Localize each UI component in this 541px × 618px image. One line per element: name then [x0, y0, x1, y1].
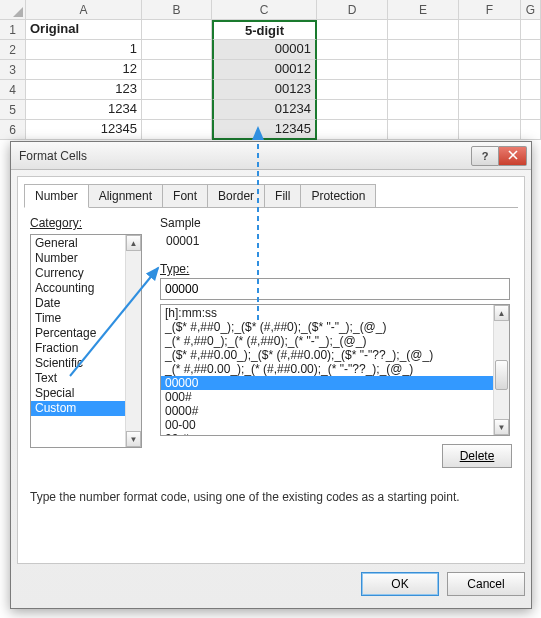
col-head-A[interactable]: A [26, 0, 142, 20]
type-list-item[interactable]: 00-# [161, 432, 509, 436]
tab-fill[interactable]: Fill [264, 184, 301, 208]
cell-C4[interactable]: 00123 [212, 80, 317, 100]
cell-C3[interactable]: 00012 [212, 60, 317, 80]
scroll-up-icon[interactable]: ▲ [494, 305, 509, 321]
row-head-5[interactable]: 5 [0, 100, 26, 120]
tab-panel-number: Category: GeneralNumberCurrencyAccountin… [24, 207, 518, 555]
cell-D2[interactable] [317, 40, 388, 60]
type-list-item[interactable]: _(* #,##0_);_(* (#,##0);_(* "-"_);_(@_) [161, 334, 509, 348]
cell-D3[interactable] [317, 60, 388, 80]
type-list-item[interactable]: _(* #,##0.00_);_(* (#,##0.00);_(* "-"??_… [161, 362, 509, 376]
select-all-corner[interactable] [0, 0, 26, 20]
hint-text: Type the number format code, using one o… [30, 490, 512, 504]
delete-label: Delete [460, 449, 495, 463]
cell-D5[interactable] [317, 100, 388, 120]
col-head-G[interactable]: G [521, 0, 541, 20]
category-scrollbar[interactable]: ▲ ▼ [125, 235, 141, 447]
cell-D1[interactable] [317, 20, 388, 40]
dialog-footer: OK Cancel [17, 572, 525, 600]
cell-A4[interactable]: 123 [26, 80, 142, 100]
cell-E1[interactable] [388, 20, 459, 40]
tab-alignment[interactable]: Alignment [88, 184, 163, 208]
type-list-item[interactable]: 00-00 [161, 418, 509, 432]
cell-F4[interactable] [459, 80, 521, 100]
tabs: Number Alignment Font Border Fill Protec… [18, 177, 524, 207]
scroll-down-icon[interactable]: ▼ [494, 419, 509, 435]
cell-B5[interactable] [142, 100, 212, 120]
cell-G6[interactable] [521, 120, 541, 140]
cell-G4[interactable] [521, 80, 541, 100]
type-list-item[interactable]: _($* #,##0.00_);_($* (#,##0.00);_($* "-"… [161, 348, 509, 362]
format-cells-dialog: Format Cells ? Number Alignment Font Bor… [10, 141, 532, 609]
col-head-C[interactable]: C [212, 0, 317, 20]
cell-A2[interactable]: 1 [26, 40, 142, 60]
cell-E3[interactable] [388, 60, 459, 80]
cell-F2[interactable] [459, 40, 521, 60]
row-head-3[interactable]: 3 [0, 60, 26, 80]
cell-A3[interactable]: 12 [26, 60, 142, 80]
scroll-thumb[interactable] [495, 360, 508, 390]
cell-B6[interactable] [142, 120, 212, 140]
cell-D4[interactable] [317, 80, 388, 100]
cell-E4[interactable] [388, 80, 459, 100]
type-list-item[interactable]: 00000 [161, 376, 509, 390]
cell-C2[interactable]: 00001 [212, 40, 317, 60]
row-head-6[interactable]: 6 [0, 120, 26, 140]
tab-font[interactable]: Font [162, 184, 208, 208]
cell-F6[interactable] [459, 120, 521, 140]
cell-E2[interactable] [388, 40, 459, 60]
type-list-item[interactable]: [h]:mm:ss [161, 306, 509, 320]
tab-number[interactable]: Number [24, 184, 89, 208]
cell-C5[interactable]: 01234 [212, 100, 317, 120]
close-icon [508, 150, 518, 162]
cell-G5[interactable] [521, 100, 541, 120]
cell-G1[interactable] [521, 20, 541, 40]
cell-D6[interactable] [317, 120, 388, 140]
type-listbox[interactable]: [h]:mm:ss_($* #,##0_);_($* (#,##0);_($* … [160, 304, 510, 436]
row-head-2[interactable]: 2 [0, 40, 26, 60]
type-list-item[interactable]: 0000# [161, 404, 509, 418]
cell-C6[interactable]: 12345 [212, 120, 317, 140]
type-list-item[interactable]: _($* #,##0_);_($* (#,##0);_($* "-"_);_(@… [161, 320, 509, 334]
cell-A5[interactable]: 1234 [26, 100, 142, 120]
help-button[interactable]: ? [471, 146, 499, 166]
col-head-E[interactable]: E [388, 0, 459, 20]
cell-A1[interactable]: Original numbers [26, 20, 142, 40]
cell-F5[interactable] [459, 100, 521, 120]
scroll-down-icon[interactable]: ▼ [126, 431, 141, 447]
tab-border[interactable]: Border [207, 184, 265, 208]
scroll-up-icon[interactable]: ▲ [126, 235, 141, 251]
type-scrollbar[interactable]: ▲ ▼ [493, 305, 509, 435]
delete-button[interactable]: Delete [442, 444, 512, 468]
tab-protection[interactable]: Protection [300, 184, 376, 208]
ok-button[interactable]: OK [361, 572, 439, 596]
type-input[interactable] [160, 278, 510, 300]
titlebar: Format Cells ? [11, 142, 531, 170]
type-label: Type: [160, 262, 189, 276]
cell-G3[interactable] [521, 60, 541, 80]
cell-E5[interactable] [388, 100, 459, 120]
row-head-4[interactable]: 4 [0, 80, 26, 100]
category-label: Category: [30, 216, 82, 230]
cell-B4[interactable] [142, 80, 212, 100]
cell-F3[interactable] [459, 60, 521, 80]
cell-C1[interactable]: 5-digit numbers [212, 20, 317, 40]
col-head-B[interactable]: B [142, 0, 212, 20]
cell-A6[interactable]: 12345 [26, 120, 142, 140]
cell-F1[interactable] [459, 20, 521, 40]
col-head-D[interactable]: D [317, 0, 388, 20]
category-listbox[interactable]: GeneralNumberCurrencyAccountingDateTimeP… [30, 234, 142, 448]
close-button[interactable] [499, 146, 527, 166]
dialog-body: Number Alignment Font Border Fill Protec… [17, 176, 525, 564]
type-list-item[interactable]: 000# [161, 390, 509, 404]
cell-G2[interactable] [521, 40, 541, 60]
col-head-F[interactable]: F [459, 0, 521, 20]
dialog-title: Format Cells [19, 149, 87, 163]
cell-E6[interactable] [388, 120, 459, 140]
row-head-1[interactable]: 1 [0, 20, 26, 40]
cell-B3[interactable] [142, 60, 212, 80]
sample-label: Sample [160, 216, 201, 230]
cancel-button[interactable]: Cancel [447, 572, 525, 596]
cell-B1[interactable] [142, 20, 212, 40]
cell-B2[interactable] [142, 40, 212, 60]
